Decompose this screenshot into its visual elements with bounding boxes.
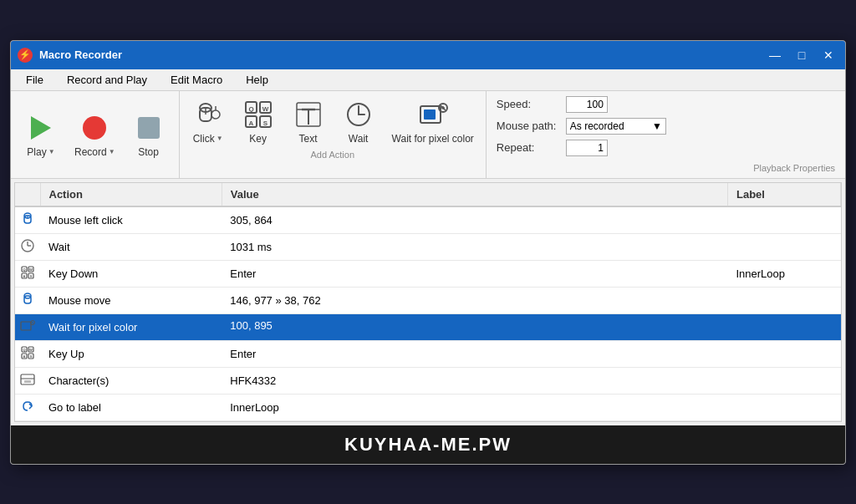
label-cell: [727, 394, 840, 420]
key-button[interactable]: Q W A S Key: [233, 94, 283, 148]
playback-props-label: Playback Properties: [497, 163, 835, 173]
value-cell: 146, 977 » 38, 762: [222, 287, 727, 313]
mouse-path-row: Mouse path: As recorded ▼: [497, 118, 835, 135]
menu-edit-macro[interactable]: Edit Macro: [159, 69, 234, 90]
record-button[interactable]: Record ▼: [66, 108, 124, 161]
action-cell: Wait for pixel color: [40, 313, 222, 340]
col-value: Value: [222, 183, 727, 206]
table-row[interactable]: Go to label InnerLoop: [15, 394, 841, 420]
value-cell: 305, 864: [222, 206, 727, 234]
text-icon: [292, 98, 325, 131]
minimize-button[interactable]: —: [765, 45, 785, 65]
mouse-path-label: Mouse path:: [497, 120, 559, 132]
svg-text:S: S: [30, 354, 33, 359]
menu-help[interactable]: Help: [234, 69, 280, 90]
table-row[interactable]: Wait for pixel color 100, 895: [15, 313, 841, 340]
toolbar: Play ▼ Record ▼ Stop: [11, 91, 845, 179]
action-cell: Mouse left click: [40, 206, 222, 234]
stop-icon: [132, 111, 166, 145]
row-icon: [15, 287, 40, 313]
click-button[interactable]: Click ▼: [183, 94, 233, 148]
add-action-buttons: Click ▼ Q W A: [180, 91, 486, 148]
app-icon: ⚡: [18, 48, 33, 63]
svg-line-45: [32, 321, 34, 323]
click-icon: [191, 98, 225, 131]
col-action: Action: [40, 183, 222, 206]
title-bar: ⚡ Macro Recorder — □ ✕: [11, 41, 845, 69]
table-header-row: Action Value Label: [15, 183, 841, 206]
play-button[interactable]: Play ▼: [16, 108, 66, 161]
svg-text:Q: Q: [23, 267, 25, 272]
svg-rect-41: [24, 296, 31, 303]
row-icon: [15, 367, 40, 394]
repeat-input[interactable]: [566, 140, 608, 156]
svg-rect-21: [424, 109, 436, 120]
wait-pixel-button[interactable]: Wait for pixel color: [384, 94, 482, 148]
playback-buttons: Play ▼ Record ▼ Stop: [11, 91, 180, 178]
action-table-container: Action Value Label Mouse left click 305,…: [14, 182, 842, 422]
table-row[interactable]: Character(s) HFK4332: [15, 367, 841, 394]
menu-file[interactable]: File: [14, 69, 55, 90]
svg-text:A: A: [23, 274, 26, 278]
add-action-section: Click ▼ Q W A: [180, 91, 487, 178]
menu-bar: File Record and Play Edit Macro Help: [11, 69, 845, 91]
svg-text:W: W: [262, 104, 268, 112]
mouse-path-select[interactable]: As recorded ▼: [566, 118, 666, 135]
row-icon: [15, 233, 40, 260]
svg-text:W: W: [29, 348, 33, 352]
action-cell: Character(s): [40, 367, 222, 394]
svg-text:Q: Q: [248, 104, 253, 112]
watermark: KUYHAA-ME.PW: [11, 425, 845, 464]
svg-text:S: S: [262, 119, 268, 126]
value-cell: Enter: [222, 260, 727, 287]
table-row[interactable]: Mouse left click 305, 864: [15, 206, 841, 234]
label-cell: [727, 233, 840, 260]
table-row[interactable]: Mouse move 146, 977 » 38, 762: [15, 287, 841, 313]
menu-record-play[interactable]: Record and Play: [55, 69, 159, 90]
svg-text:S: S: [30, 274, 33, 278]
row-icon: [15, 394, 40, 420]
label-cell: [727, 340, 840, 367]
action-cell: Key Up: [40, 340, 222, 367]
action-cell: Go to label: [40, 394, 222, 420]
speed-label: Speed:: [497, 98, 559, 110]
svg-rect-43: [23, 323, 28, 328]
table-row[interactable]: Wait 1031 ms: [15, 233, 841, 260]
action-cell: Mouse move: [40, 287, 222, 313]
record-icon: [78, 111, 111, 145]
label-cell: InnerLoop: [727, 260, 840, 287]
value-cell: 100, 895: [222, 313, 727, 340]
maximize-button[interactable]: □: [792, 45, 812, 65]
speed-input[interactable]: [566, 96, 608, 113]
label-cell: [727, 313, 840, 340]
table-row[interactable]: QWAS Key Down Enter InnerLoop: [15, 260, 841, 287]
window-title: Macro Recorder: [39, 48, 765, 61]
text-button[interactable]: Text: [283, 94, 334, 148]
label-cell: [727, 287, 840, 313]
row-icon: QWAS: [15, 260, 40, 287]
repeat-label: Repeat:: [497, 141, 559, 154]
window-controls: — □ ✕: [765, 45, 838, 65]
row-icon: [15, 206, 40, 234]
stop-button[interactable]: Stop: [124, 108, 174, 161]
svg-text:A: A: [23, 354, 26, 359]
col-label: Label: [727, 183, 840, 206]
svg-text:W: W: [29, 267, 33, 272]
close-button[interactable]: ✕: [818, 45, 838, 65]
action-cell: Wait: [40, 233, 222, 260]
speed-row: Speed:: [497, 96, 835, 113]
col-icon: [15, 183, 40, 206]
key-icon: Q W A S: [242, 98, 275, 131]
wait-button[interactable]: Wait: [334, 94, 384, 148]
add-action-label: Add Action: [180, 148, 486, 163]
action-table: Action Value Label Mouse left click 305,…: [15, 183, 841, 421]
table-row[interactable]: QWAS Key Up Enter: [15, 340, 841, 367]
svg-rect-54: [21, 374, 34, 384]
value-cell: HFK4332: [222, 367, 727, 394]
svg-point-3: [211, 110, 220, 119]
label-cell: [727, 206, 840, 234]
label-cell: [727, 367, 840, 394]
repeat-row: Repeat:: [497, 140, 835, 156]
svg-text:A: A: [248, 119, 253, 126]
main-window: ⚡ Macro Recorder — □ ✕ File Record and P…: [10, 40, 846, 465]
